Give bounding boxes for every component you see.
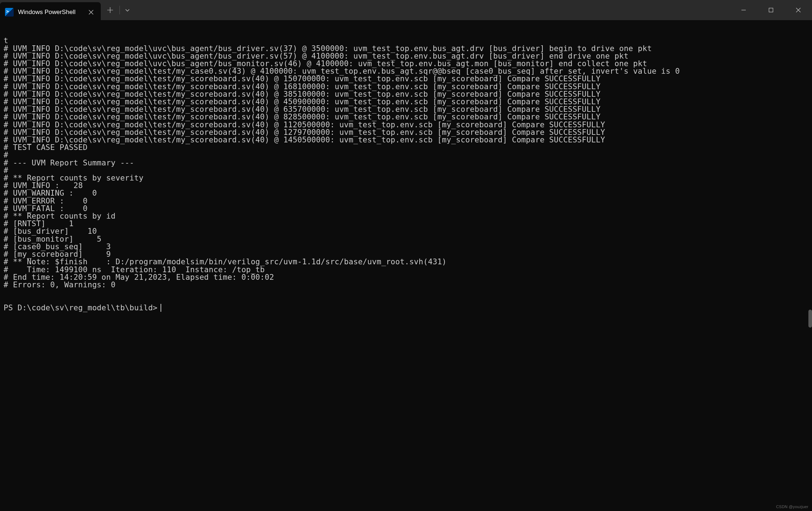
terminal-line: # --- UVM Report Summary ---	[4, 159, 808, 166]
scrollbar[interactable]	[808, 310, 812, 328]
terminal-output: t# UVM_INFO D:\code\sv\reg_model\uvc\bus…	[4, 37, 808, 288]
close-tab-icon[interactable]	[87, 7, 95, 18]
terminal-line: # UVM_INFO D:\code\sv\reg_model\uvc\bus_…	[4, 60, 808, 67]
terminal-line: # TEST CASE PASSED	[4, 143, 808, 151]
terminal-line: # UVM_INFO D:\code\sv\reg_model\test/my_…	[4, 128, 808, 136]
terminal-line: # UVM_INFO D:\code\sv\reg_model\test/my_…	[4, 113, 808, 120]
terminal-line: # [RNTST] 1	[4, 220, 808, 227]
terminal-line: # UVM_INFO D:\code\sv\reg_model\test/my_…	[4, 83, 808, 90]
terminal-line: # ** Note: $finish : D:/program/modelsim…	[4, 258, 808, 265]
prompt-text: PS D:\code\sv\reg_model\tb\build>	[4, 304, 158, 311]
terminal-line: # UVM_INFO D:\code\sv\reg_model\test/my_…	[4, 67, 808, 75]
terminal-line: # UVM_ERROR : 0	[4, 197, 808, 205]
terminal-line: # [bus_driver] 10	[4, 227, 808, 235]
powershell-icon	[5, 8, 14, 17]
terminal-line: # UVM_INFO D:\code\sv\reg_model\uvc\bus_…	[4, 45, 808, 52]
terminal-line: # UVM_INFO D:\code\sv\reg_model\uvc\bus_…	[4, 52, 808, 60]
tab-title: Windows PowerShell	[18, 9, 84, 16]
terminal-line: # UVM_INFO D:\code\sv\reg_model\test/my_…	[4, 105, 808, 113]
maximize-button[interactable]	[757, 0, 785, 20]
terminal-line: # Errors: 0, Warnings: 0	[4, 281, 808, 288]
new-tab-button[interactable]	[101, 0, 119, 20]
tab-dropdown-button[interactable]	[120, 0, 135, 20]
terminal-line: # [bus_monitor] 5	[4, 235, 808, 243]
terminal-line: t	[4, 37, 808, 44]
terminal-line: # UVM_INFO : 28	[4, 182, 808, 189]
minimize-button[interactable]	[730, 0, 757, 20]
svg-rect-0	[769, 8, 773, 12]
terminal-line: # [case0_bus_seq] 3	[4, 243, 808, 250]
terminal-line: #	[4, 166, 808, 174]
terminal-line: # End time: 14:20:59 on May 21,2023, Ela…	[4, 273, 808, 281]
tabs-area: Windows PowerShell	[0, 0, 135, 20]
terminal-line: # Time: 1499100 ns Iteration: 110 Instan…	[4, 266, 808, 273]
terminal-pane[interactable]: t# UVM_INFO D:\code\sv\reg_model\uvc\bus…	[0, 20, 812, 511]
window-controls	[730, 0, 812, 20]
terminal-line: # ** Report counts by severity	[4, 174, 808, 182]
terminal-line: # UVM_INFO D:\code\sv\reg_model\test/my_…	[4, 75, 808, 82]
terminal-line: # [my_scoreboard] 9	[4, 250, 808, 258]
watermark: CSDN @youzjuer	[776, 505, 808, 509]
close-window-button[interactable]	[785, 0, 812, 20]
prompt-line: PS D:\code\sv\reg_model\tb\build>	[4, 304, 808, 312]
cursor	[161, 304, 161, 312]
terminal-line: # UVM_INFO D:\code\sv\reg_model\test/my_…	[4, 121, 808, 128]
terminal-line: # UVM_INFO D:\code\sv\reg_model\test/my_…	[4, 136, 808, 143]
terminal-line: # UVM_WARNING : 0	[4, 189, 808, 197]
titlebar: Windows PowerShell	[0, 0, 812, 20]
terminal-line: # UVM_INFO D:\code\sv\reg_model\test/my_…	[4, 98, 808, 105]
terminal-line: # ** Report counts by id	[4, 212, 808, 220]
tab-powershell[interactable]: Windows PowerShell	[0, 2, 101, 22]
terminal-line: # UVM_INFO D:\code\sv\reg_model\test/my_…	[4, 90, 808, 98]
terminal-line: #	[4, 151, 808, 159]
terminal-line: # UVM_FATAL : 0	[4, 205, 808, 212]
